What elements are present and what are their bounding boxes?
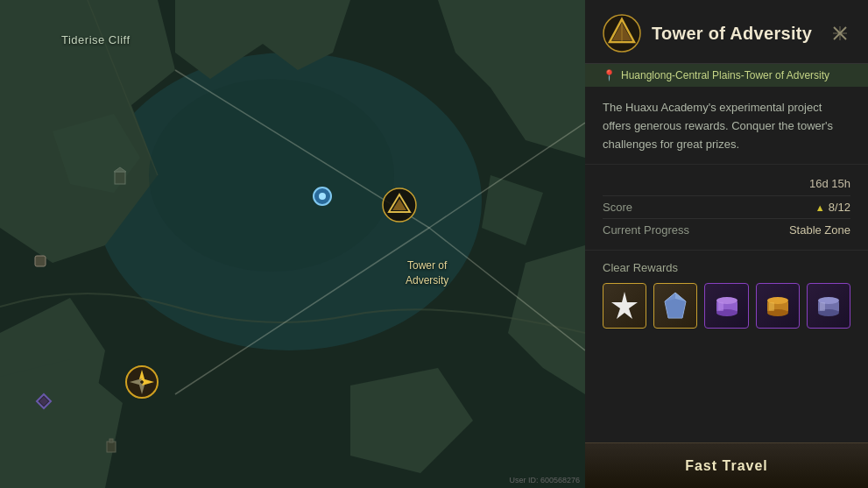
- stat-progress-label: Current Progress: [603, 223, 689, 237]
- user-id: User ID: 600568276: [509, 476, 580, 484]
- rewards-section: Clear Rewards: [585, 251, 868, 339]
- reward-item-3: [704, 283, 748, 329]
- rewards-row: [603, 283, 850, 329]
- map-marker-small-1: [33, 254, 47, 272]
- close-button[interactable]: [829, 23, 850, 44]
- svg-point-2: [149, 79, 394, 272]
- map-marker-small-2: [105, 438, 117, 457]
- map-marker-compass: [124, 364, 159, 403]
- sidebar-header: Tower of Adversity: [585, 0, 868, 64]
- location-pin-icon: 📍: [603, 69, 616, 81]
- sidebar: Tower of Adversity 📍 Huanglong-Central P…: [585, 0, 868, 488]
- fast-travel-label: Fast Travel: [685, 458, 768, 474]
- reward-item-1: [603, 283, 646, 329]
- svg-marker-34: [611, 292, 638, 319]
- map-marker-diamond: [35, 393, 53, 414]
- reward-item-2: [653, 283, 697, 329]
- map-marker-building: [112, 166, 128, 189]
- sidebar-title: Tower of Adversity: [652, 24, 819, 44]
- stat-progress-value: Stable Zone: [789, 223, 850, 237]
- svg-rect-41: [718, 302, 723, 311]
- reward-item-4: [756, 283, 800, 329]
- score-triangle-icon: ▲: [815, 202, 825, 213]
- map-label-tower-text: Tower ofAdversity: [406, 258, 448, 288]
- svg-rect-19: [115, 172, 125, 184]
- svg-marker-37: [665, 299, 686, 318]
- svg-rect-49: [820, 302, 825, 311]
- map-marker-blue: [312, 186, 333, 210]
- location-bar: 📍 Huanglong-Central Plains-Tower of Adve…: [585, 64, 868, 87]
- svg-marker-20: [114, 167, 126, 172]
- svg-rect-45: [769, 302, 774, 311]
- spacer: [585, 339, 868, 442]
- rewards-label: Clear Rewards: [603, 261, 850, 274]
- tower-map-icon[interactable]: [382, 187, 417, 226]
- sidebar-description: The Huaxu Academy's experimental project…: [585, 87, 868, 165]
- map-section: Tiderise Cliff Tower ofAdversity: [0, 0, 585, 488]
- svg-point-8: [319, 193, 326, 200]
- location-text: Huanglong-Central Plains-Tower of Advers…: [621, 69, 829, 81]
- tower-header-icon: [603, 14, 641, 53]
- stat-score-row: Score ▲ 8/12: [603, 195, 850, 218]
- stat-progress-row: Current Progress Stable Zone: [603, 218, 850, 241]
- stats-section: 16d 15h Score ▲ 8/12 Current Progress St…: [585, 165, 868, 251]
- svg-rect-18: [35, 256, 46, 266]
- stat-score-label: Score: [603, 201, 632, 214]
- map-label-tiderise: Tiderise Cliff: [61, 33, 131, 46]
- reward-item-5: [807, 283, 850, 329]
- stat-timer-value: 16d 15h: [809, 177, 850, 190]
- fast-travel-button[interactable]: Fast Travel: [585, 442, 868, 488]
- svg-rect-23: [107, 442, 116, 452]
- stat-score-value: ▲ 8/12: [815, 201, 850, 214]
- stat-timer-row: 16d 15h: [603, 173, 850, 195]
- svg-rect-24: [109, 439, 113, 442]
